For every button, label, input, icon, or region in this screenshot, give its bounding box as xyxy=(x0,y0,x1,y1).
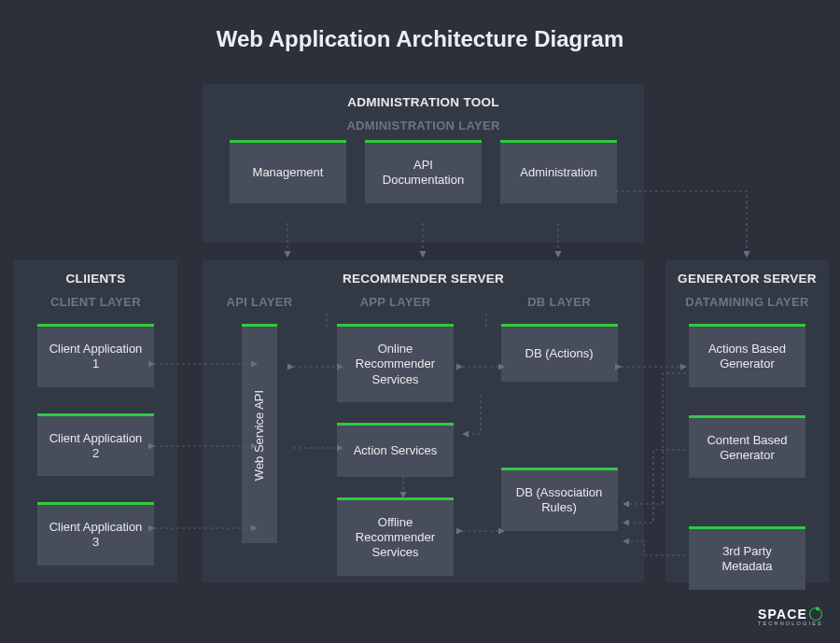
datamining-layer-label: DATAMINING LAYER xyxy=(675,295,819,309)
db-actions-box: DB (Actions) xyxy=(501,324,618,382)
client-app-2-box: Client Application 2 xyxy=(37,413,154,477)
web-service-api-label: Web Service API xyxy=(253,389,267,480)
app-layer-label: APP LAYER xyxy=(360,295,431,309)
management-box: Management xyxy=(230,140,346,203)
admin-layer-label: ADMINISTRATION LAYER xyxy=(212,119,635,133)
administration-box: Administration xyxy=(500,140,617,203)
api-layer-label: API LAYER xyxy=(227,295,293,309)
recommender-heading: RECOMMENDER SERVER xyxy=(212,272,635,286)
actions-based-generator-box: Actions Based Generator xyxy=(689,324,805,387)
web-service-api-box: Web Service API xyxy=(242,324,277,543)
app-layer-column: APP LAYER Online Recommender Services Ac… xyxy=(326,295,466,576)
admin-tool-heading: ADMINISTRATION TOOL xyxy=(212,95,635,109)
offline-recommender-box: Offline Recommender Services xyxy=(337,497,454,576)
clients-panel: CLIIENTS CLIENT LAYER Client Application… xyxy=(14,260,177,582)
db-layer-column: DB LAYER DB (Actions) DB (Association Ru… xyxy=(489,295,629,576)
brand-name: SPACE xyxy=(758,608,807,621)
recommender-panel: RECOMMENDER SERVER API LAYER Web Service… xyxy=(203,260,644,582)
third-party-metadata-box: 3rd Party Metadata xyxy=(689,526,805,590)
brand-logo: SPACE TECHNOLOGIES xyxy=(758,608,823,626)
client-app-3-box: Client Application 3 xyxy=(37,502,154,566)
content-based-generator-box: Content Based Generator xyxy=(689,415,805,479)
page-title: Web Application Architecture Diagram xyxy=(0,0,840,52)
client-layer-label: CLIENT LAYER xyxy=(23,295,168,309)
client-app-1-box: Client Application 1 xyxy=(37,324,154,387)
brand-sub: TECHNOLOGIES xyxy=(758,621,823,626)
db-assoc-box: DB (Association Rules) xyxy=(501,468,618,531)
api-docs-box: API Documentation xyxy=(365,140,482,203)
action-services-box: Action Services xyxy=(337,423,454,477)
db-layer-label: DB LAYER xyxy=(527,295,591,309)
generator-panel: GENERATOR SERVER DATAMINING LAYER Action… xyxy=(665,260,829,582)
api-layer-column: API LAYER Web Service API xyxy=(217,295,301,576)
online-recommender-box: Online Recommender Services xyxy=(337,324,454,402)
admin-tool-panel: ADMINISTRATION TOOL ADMINISTRATION LAYER… xyxy=(203,84,644,243)
clients-heading: CLIIENTS xyxy=(23,272,168,286)
generator-heading: GENERATOR SERVER xyxy=(675,272,819,286)
